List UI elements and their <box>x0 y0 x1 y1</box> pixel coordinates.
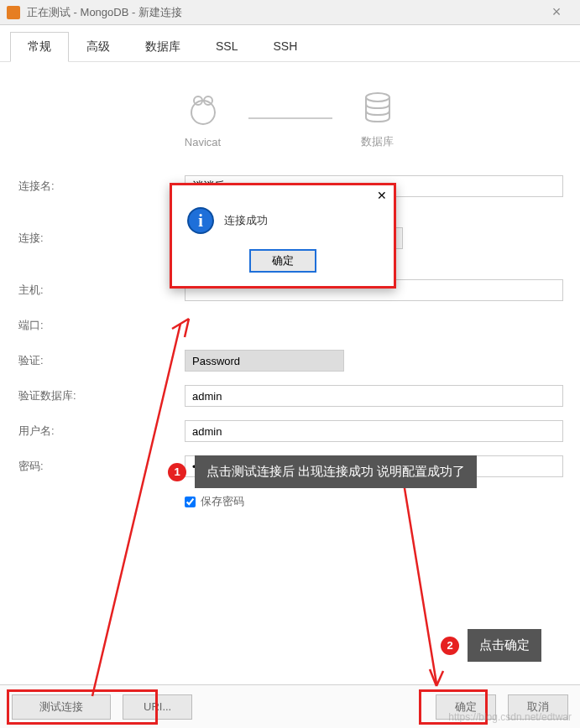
conn-name-label: 连接名: <box>17 179 185 194</box>
database-label: 数据库 <box>361 134 394 149</box>
info-icon: i <box>187 207 214 234</box>
tab-database[interactable]: 数据库 <box>128 32 198 61</box>
tab-ssl[interactable]: SSL <box>198 32 255 61</box>
authdb-label: 验证数据库: <box>17 388 185 403</box>
user-input[interactable] <box>185 420 563 442</box>
connection-diagram: Navicat 数据库 <box>17 87 563 149</box>
close-icon[interactable]: × <box>540 3 573 21</box>
annotation-1-text: 点击测试连接后 出现连接成功 说明配置成功了 <box>195 455 477 488</box>
pass-label: 密码: <box>17 459 185 474</box>
uri-button[interactable]: URI... <box>123 694 192 720</box>
host-label: 主机: <box>17 283 185 298</box>
test-connection-button[interactable]: 测试连接 <box>12 694 111 720</box>
authdb-input[interactable] <box>185 385 563 407</box>
database-icon <box>358 87 398 127</box>
annotation-2: 2 点击确定 <box>441 629 541 662</box>
tab-advanced[interactable]: 高级 <box>69 32 128 61</box>
annotation-2-badge: 2 <box>441 637 459 655</box>
watermark: https://blog.csdn.net/edtwar <box>448 711 572 723</box>
svg-line-8 <box>430 669 436 686</box>
conn-type-label: 连接: <box>17 231 185 246</box>
dialog-message: 连接成功 <box>224 213 268 228</box>
save-pass-label: 保存密码 <box>201 494 244 509</box>
database-node: 数据库 <box>358 87 398 149</box>
auth-value: Password <box>192 355 240 367</box>
success-dialog: ✕ i 连接成功 确定 <box>170 183 396 289</box>
connection-line <box>248 117 332 119</box>
app-icon <box>7 6 20 19</box>
navicat-node: Navicat <box>183 89 223 148</box>
navicat-icon <box>183 89 223 129</box>
auth-dropdown[interactable]: Password <box>185 350 344 372</box>
dialog-close-icon[interactable]: ✕ <box>377 189 387 204</box>
save-pass-checkbox[interactable]: 保存密码 <box>185 494 563 509</box>
dialog-ok-button[interactable]: 确定 <box>249 249 316 273</box>
auth-label: 验证: <box>17 353 185 368</box>
port-label: 端口: <box>17 318 185 333</box>
titlebar: 正在测试 - MongoDB - 新建连接 × <box>0 0 580 25</box>
tab-bar: 常规 高级 数据库 SSL SSH <box>0 25 580 62</box>
navicat-label: Navicat <box>185 136 221 148</box>
tab-ssh[interactable]: SSH <box>255 32 315 61</box>
tab-general[interactable]: 常规 <box>10 32 69 62</box>
content-area: Navicat 数据库 连接名: 连接: ▾ 主机: 端口: 验证: Passw <box>0 62 580 592</box>
window-title: 正在测试 - MongoDB - 新建连接 <box>27 5 540 20</box>
save-pass-check[interactable] <box>185 497 196 507</box>
user-label: 用户名: <box>17 424 185 439</box>
annotation-1: 1 点击测试连接后 出现连接成功 说明配置成功了 <box>168 455 477 488</box>
annotation-1-badge: 1 <box>168 463 186 481</box>
annotation-2-text: 点击确定 <box>468 629 541 662</box>
svg-point-3 <box>366 93 389 101</box>
